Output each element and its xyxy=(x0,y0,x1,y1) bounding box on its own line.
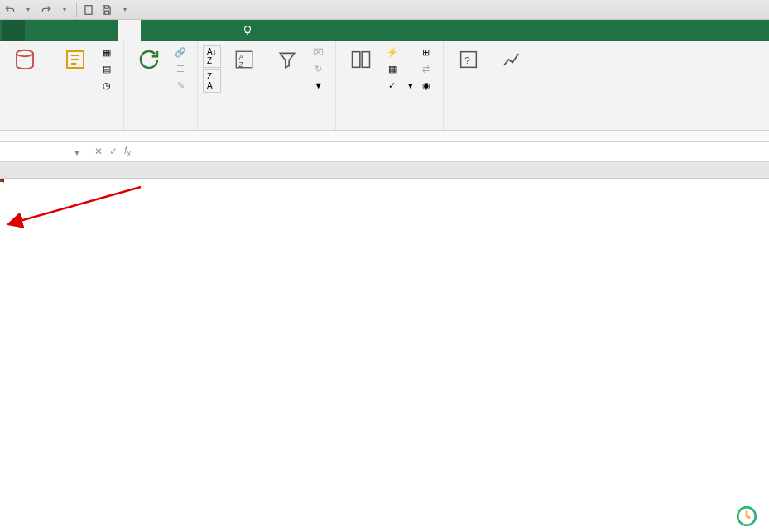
redo-icon[interactable] xyxy=(40,3,53,17)
recent-icon: ◷ xyxy=(100,79,113,92)
ribbon-group-datatools: ⚡ ▦ ✓ ▾ ⊞ ⇄ ◉ xyxy=(336,41,444,130)
qat-dropdown-icon[interactable]: ▾ xyxy=(58,3,71,17)
comment-indicator-icon xyxy=(0,179,4,183)
tab-cloud[interactable] xyxy=(210,20,233,41)
sort-desc-button[interactable]: Z↓A xyxy=(203,69,221,93)
properties-icon: ☰ xyxy=(174,62,187,75)
forecast-sheet-button[interactable] xyxy=(492,45,531,76)
ribbon-group-sort-filter: A↓Z Z↓A AZ ⌧ ↻ ▼ xyxy=(198,41,336,130)
ribbon: ▦ ▤ ◷ 🔗 ☰ ✎ A↓Z Z↓A xyxy=(0,41,769,131)
filter-button[interactable] xyxy=(267,45,307,76)
tab-home[interactable] xyxy=(25,20,48,41)
consolidate-icon: ⊞ xyxy=(420,46,433,59)
tell-me-search[interactable] xyxy=(242,20,258,41)
properties-button[interactable]: ☰ xyxy=(172,61,192,76)
undo-icon[interactable] xyxy=(3,3,17,17)
tab-data[interactable] xyxy=(118,20,141,41)
name-box-input[interactable] xyxy=(5,146,69,158)
arrow-annotation xyxy=(0,179,166,261)
from-table-button[interactable]: ▤ xyxy=(99,61,118,76)
name-box[interactable] xyxy=(0,142,74,161)
group-label xyxy=(341,125,438,128)
new-query-button[interactable] xyxy=(55,45,95,76)
whatif-icon: ? xyxy=(455,46,482,73)
group-label xyxy=(55,125,118,128)
svg-text:Z: Z xyxy=(238,60,243,69)
bulb-icon xyxy=(242,25,253,36)
group-label xyxy=(449,125,531,128)
tab-view[interactable] xyxy=(164,20,187,41)
new-file-icon[interactable] xyxy=(82,3,95,17)
tab-layout[interactable] xyxy=(71,20,94,41)
new-query-icon xyxy=(62,46,89,73)
fx-icon[interactable]: fx xyxy=(124,145,131,158)
reapply-button[interactable]: ↻ xyxy=(310,61,330,76)
refresh-icon xyxy=(136,46,162,73)
relation-icon: ⇄ xyxy=(420,62,433,75)
qat-dropdown-icon[interactable]: ▾ xyxy=(22,3,35,17)
svg-rect-7 xyxy=(362,52,369,68)
quick-access-toolbar: ▾ ▾ ▾ xyxy=(3,3,132,17)
show-queries-icon: ▦ xyxy=(100,46,113,59)
remove-duplicates-button[interactable]: ▦ xyxy=(384,61,415,76)
advanced-icon: ▼ xyxy=(312,79,325,92)
reapply-icon: ↻ xyxy=(312,62,325,75)
get-external-data-button[interactable] xyxy=(5,45,45,76)
text-to-columns-button[interactable] xyxy=(341,45,381,76)
save-icon[interactable] xyxy=(100,3,113,17)
ribbon-group-transform: ▦ ▤ ◷ xyxy=(50,41,124,130)
spreadsheet-grid[interactable] xyxy=(0,162,769,179)
external-data-icon xyxy=(12,46,38,73)
tab-help[interactable] xyxy=(187,20,210,41)
data-model-button[interactable]: ◉ xyxy=(418,78,438,93)
advanced-filter-button[interactable]: ▼ xyxy=(310,78,330,93)
svg-rect-6 xyxy=(352,52,359,68)
show-queries-button[interactable]: ▦ xyxy=(99,45,118,60)
ribbon-tabs xyxy=(0,20,769,41)
clear-icon: ⌧ xyxy=(312,46,325,59)
recent-sources-button[interactable]: ◷ xyxy=(99,78,118,93)
link-icon: 🔗 xyxy=(174,46,187,59)
qat-dropdown-icon[interactable]: ▾ xyxy=(118,3,132,17)
tab-file[interactable] xyxy=(2,20,25,41)
from-table-icon: ▤ xyxy=(100,62,113,75)
flash-fill-icon: ⚡ xyxy=(386,46,399,59)
svg-rect-0 xyxy=(85,5,92,14)
svg-point-1 xyxy=(17,50,33,57)
connections-button[interactable]: 🔗 xyxy=(172,45,192,60)
ribbon-group-forecast: ? xyxy=(444,41,536,130)
forecast-icon xyxy=(498,46,525,73)
filter-icon xyxy=(274,46,300,73)
split-icon xyxy=(348,46,374,73)
dup-icon: ▦ xyxy=(386,62,399,75)
clear-filter-button[interactable]: ⌧ xyxy=(310,45,330,60)
sort-icon: AZ xyxy=(231,46,257,73)
edit-link-icon: ✎ xyxy=(174,79,187,92)
sort-asc-button[interactable]: A↓Z xyxy=(203,45,221,68)
ribbon-group-connections: 🔗 ☰ ✎ xyxy=(124,41,198,130)
enter-formula-icon[interactable]: ✓ xyxy=(109,146,118,157)
watermark xyxy=(736,506,762,527)
tab-formulas[interactable] xyxy=(94,20,118,41)
group-label xyxy=(129,125,192,128)
cancel-formula-icon[interactable]: ✕ xyxy=(94,146,103,157)
tab-review[interactable] xyxy=(141,20,164,41)
flash-fill-button[interactable]: ⚡ xyxy=(384,45,415,60)
group-label xyxy=(5,115,45,128)
consolidate-button[interactable]: ⊞ xyxy=(418,45,438,60)
svg-line-10 xyxy=(8,187,141,224)
tab-insert[interactable] xyxy=(48,20,71,41)
data-validation-button[interactable]: ✓ ▾ xyxy=(384,78,415,93)
whatif-button[interactable]: ? xyxy=(449,45,488,76)
watermark-logo-icon xyxy=(736,506,757,527)
group-label xyxy=(203,125,330,128)
relationships-button[interactable]: ⇄ xyxy=(418,61,438,76)
sort-button[interactable]: AZ xyxy=(224,45,264,76)
name-box-dropdown-icon[interactable]: ▾ xyxy=(74,146,88,158)
title-bar: ▾ ▾ ▾ xyxy=(0,0,769,20)
svg-text:?: ? xyxy=(464,55,470,65)
edit-links-button[interactable]: ✎ xyxy=(172,78,192,93)
ribbon-group-external xyxy=(0,41,50,130)
refresh-all-button[interactable] xyxy=(129,45,169,76)
model-icon: ◉ xyxy=(420,79,433,92)
